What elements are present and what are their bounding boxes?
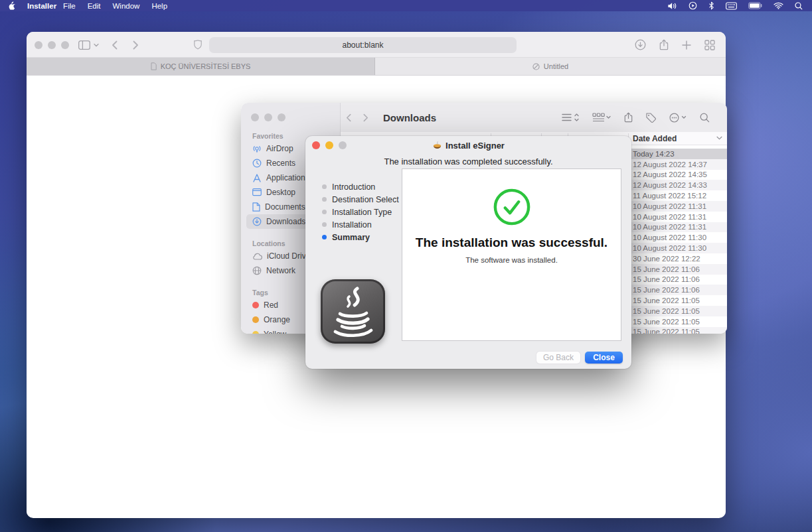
step-introduction: Introduction	[322, 180, 399, 193]
cloud-icon	[252, 253, 262, 260]
step-dot-icon	[322, 210, 327, 214]
result-title: The installation was successful.	[402, 235, 621, 250]
chevron-down-icon[interactable]	[94, 43, 99, 47]
new-tab-icon[interactable]	[682, 40, 691, 50]
finder-toolbar[interactable]: Downloads	[341, 103, 727, 132]
menu-bar: Installer File Edit Window Help	[0, 0, 812, 11]
address-text: about:blank	[342, 40, 383, 50]
downloads-icon[interactable]	[635, 39, 646, 50]
desktop-icon	[252, 188, 262, 196]
privacy-shield-icon[interactable]	[194, 40, 202, 50]
chevron-down-icon[interactable]	[716, 136, 722, 140]
tab-bar: KOÇ ÜNİVERSİTESİ EBYS Untitled	[27, 58, 726, 76]
minimize-button[interactable]	[48, 41, 56, 49]
tab-ebys[interactable]: KOÇ ÜNİVERSİTESİ EBYS	[27, 58, 375, 75]
clock-icon	[252, 159, 262, 168]
java-cup-icon	[321, 279, 385, 344]
zoom-button[interactable]	[339, 141, 347, 149]
step-dot-icon	[322, 222, 327, 227]
address-bar[interactable]: about:blank	[209, 37, 517, 53]
back-icon[interactable]	[112, 40, 118, 50]
bluetooth-icon[interactable]	[708, 1, 714, 10]
column-header-date-added[interactable]: Date Added	[633, 134, 677, 143]
forward-icon[interactable]	[363, 113, 368, 122]
installer-heading: The installation was completed successfu…	[305, 157, 631, 166]
finder-window-title: Downloads	[383, 112, 436, 123]
close-button[interactable]	[251, 113, 259, 121]
group-by-icon[interactable]	[592, 113, 611, 122]
installer-content-pane: The installation was successful. The sof…	[402, 168, 621, 341]
step-installation: Installation	[322, 218, 399, 231]
minimize-button[interactable]	[264, 113, 272, 121]
orange-tag-icon	[252, 316, 259, 323]
tab-overview-icon[interactable]	[704, 40, 715, 50]
document-icon	[252, 202, 260, 212]
tab-untitled[interactable]: Untitled	[375, 58, 726, 75]
minimize-button[interactable]	[325, 141, 333, 149]
volume-icon[interactable]	[667, 2, 677, 10]
installer-window-title: Install eSigner	[446, 141, 505, 151]
close-button[interactable]: Close	[585, 352, 623, 364]
installer-steps: Introduction Destination Select Installa…	[322, 180, 399, 243]
installer-app-icon	[432, 141, 442, 150]
sidebar-toggle-icon[interactable]	[78, 40, 90, 50]
step-summary: Summary	[322, 231, 399, 243]
tab-label: Untitled	[544, 62, 568, 70]
go-back-button[interactable]: Go Back	[536, 352, 580, 364]
installer-titlebar[interactable]: Install eSigner	[305, 136, 631, 155]
red-tag-icon	[252, 302, 259, 308]
list-view-sort-icon[interactable]	[562, 113, 579, 122]
menu-item-help[interactable]: Help	[151, 2, 167, 10]
zoom-button[interactable]	[278, 113, 285, 121]
page-icon	[151, 62, 157, 70]
menu-status-area	[667, 1, 803, 10]
tab-label: KOÇ ÜNİVERSİTESİ EBYS	[161, 62, 251, 70]
step-installation-type: Installation Type	[322, 206, 399, 218]
step-destination-select: Destination Select	[322, 193, 399, 206]
airdrop-icon	[252, 145, 262, 153]
applications-icon	[252, 174, 262, 182]
step-dot-icon	[322, 197, 327, 202]
share-icon[interactable]	[624, 112, 633, 123]
result-subtitle: The software was installed.	[402, 256, 621, 264]
input-source-icon[interactable]	[726, 2, 737, 10]
spotlight-icon[interactable]	[795, 2, 803, 10]
search-icon[interactable]	[700, 113, 710, 123]
back-icon[interactable]	[346, 113, 351, 122]
zoom-button[interactable]	[61, 41, 69, 49]
screen-mirroring-icon[interactable]	[689, 1, 697, 10]
wifi-icon[interactable]	[773, 2, 783, 9]
yellow-tag-icon	[252, 331, 259, 334]
download-circle-icon	[252, 217, 262, 226]
close-button[interactable]	[312, 141, 320, 149]
menu-app-name[interactable]: Installer	[27, 2, 56, 10]
apple-icon[interactable]	[8, 1, 16, 11]
more-actions-icon[interactable]	[669, 113, 687, 123]
step-dot-icon	[322, 235, 327, 239]
battery-icon[interactable]	[748, 2, 762, 9]
installer-window: Install eSigner The installation was com…	[305, 136, 631, 369]
forward-icon[interactable]	[133, 40, 139, 50]
close-button[interactable]	[35, 41, 42, 49]
globe-icon	[252, 266, 262, 275]
blank-page-icon	[532, 63, 540, 70]
menu-item-window[interactable]: Window	[112, 2, 139, 10]
step-dot-icon	[322, 184, 327, 189]
tag-icon[interactable]	[646, 113, 656, 123]
share-icon[interactable]	[659, 39, 669, 50]
check-circle-icon	[493, 188, 531, 226]
menu-item-edit[interactable]: Edit	[88, 2, 101, 10]
menu-item-file[interactable]: File	[63, 2, 76, 10]
browser-toolbar[interactable]: about:blank	[27, 32, 726, 58]
